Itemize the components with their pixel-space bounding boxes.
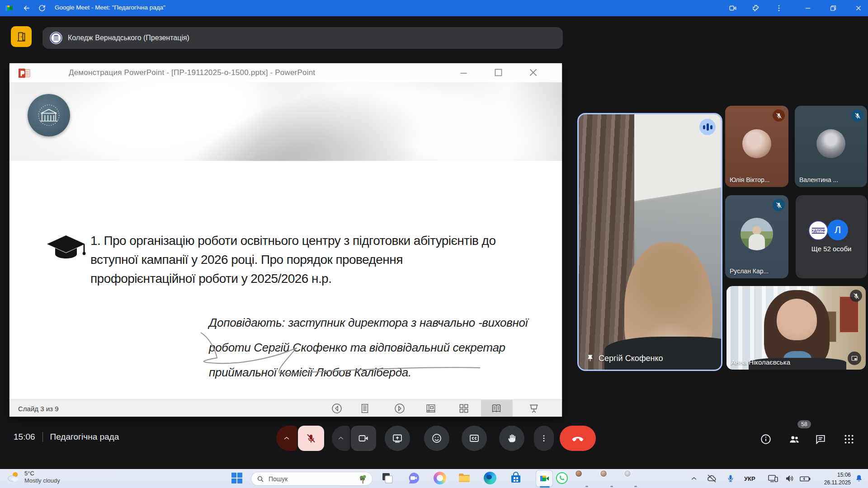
volume-icon[interactable] — [785, 472, 795, 485]
battery-charging-icon[interactable] — [799, 472, 811, 485]
previous-slide-icon[interactable] — [331, 403, 343, 414]
avatar — [816, 129, 845, 158]
mic-button-group — [275, 426, 325, 451]
decor — [437, 475, 443, 481]
participant-tile[interactable]: Юлія Віктор... — [725, 106, 788, 187]
microsoft-store-icon[interactable] — [509, 472, 522, 484]
search-highlight-icon[interactable] — [358, 474, 368, 484]
microphone-in-use-icon[interactable] — [726, 472, 735, 485]
active-app-indicator — [540, 486, 550, 488]
task-view-icon[interactable] — [381, 472, 394, 484]
main-tile-name-row: Сергій Скофенко — [586, 354, 663, 363]
graduation-cap-icon — [45, 233, 87, 266]
weather-widget[interactable]: 5°C Mostly cloudy — [6, 470, 60, 484]
ppt-maximize-icon[interactable] — [493, 67, 505, 79]
picture-in-picture-icon[interactable] — [848, 352, 861, 365]
divider — [42, 432, 43, 442]
avatar — [741, 218, 773, 250]
cast-connect-icon[interactable] — [768, 472, 778, 485]
teams-chat-icon[interactable] — [407, 472, 420, 484]
participant-name: Анна Ніколаєвська — [731, 358, 790, 366]
mic-options-button[interactable] — [276, 426, 297, 451]
language-indicator[interactable]: УКР — [744, 472, 755, 485]
slide-canvas: 1. Про організацію роботи освітнього цен… — [9, 82, 562, 399]
logo-text: ХДППФ — [811, 229, 825, 233]
camera-on-button[interactable] — [351, 426, 376, 451]
decor — [749, 234, 765, 250]
ppt-minimize-icon[interactable] — [458, 67, 470, 79]
presentation-tab-label: Коледж Вернадського (Презентація) — [68, 34, 189, 42]
running-app-indicator — [634, 486, 637, 487]
onedrive-paused-icon[interactable] — [706, 472, 717, 485]
ppt-close-icon[interactable] — [528, 67, 539, 79]
close-window-icon[interactable] — [854, 4, 863, 12]
notifications-bell-icon[interactable] — [854, 472, 863, 485]
participants-icon[interactable] — [788, 433, 800, 445]
activities-grid-icon[interactable] — [843, 433, 855, 445]
taskbar-clock[interactable]: 15:06 26.11.2025 — [814, 471, 851, 487]
slide-sorter-icon[interactable] — [458, 403, 470, 414]
meeting-details-icon[interactable] — [760, 433, 772, 445]
whatsapp-icon[interactable] — [556, 472, 568, 484]
more-options-button[interactable] — [534, 426, 554, 451]
running-app-indicator — [585, 486, 588, 487]
presentation-tab[interactable]: Коледж Вернадського (Презентація) — [42, 27, 563, 49]
search-input[interactable] — [268, 475, 346, 483]
extensions-icon[interactable] — [752, 4, 760, 12]
search-icon — [257, 475, 264, 483]
powerpoint-statusbar: Слайд 3 из 9 — [9, 399, 562, 417]
tray-chevron-icon[interactable] — [690, 472, 698, 485]
restore-window-icon[interactable] — [829, 4, 837, 12]
minimize-window-icon[interactable] — [804, 4, 812, 12]
slideshow-view-icon[interactable] — [528, 403, 540, 414]
weather-temp: 5°C — [24, 470, 60, 477]
copilot-icon[interactable] — [434, 472, 446, 484]
mic-off-icon — [773, 199, 785, 211]
mic-muted-button[interactable] — [298, 426, 324, 451]
more-participants-tile[interactable]: ХДППФ Л Ще 52 особи — [796, 195, 867, 278]
meeting-info: 15:06 Педагогічна рада — [14, 432, 119, 442]
notes-icon[interactable] — [359, 403, 371, 414]
camera-options-button[interactable] — [332, 426, 350, 451]
leave-room-button[interactable] — [11, 26, 32, 47]
mic-off-icon — [850, 290, 862, 302]
powerpoint-titlebar: Демонстрация PowerPoint - [ПР-19112025-о… — [9, 63, 562, 82]
edge-icon[interactable] — [484, 472, 496, 484]
reactions-button[interactable] — [424, 426, 449, 451]
captions-button[interactable] — [462, 426, 487, 451]
slide-counter: Слайд 3 из 9 — [18, 400, 59, 417]
participant-tile[interactable]: Валентина ... — [795, 106, 867, 187]
browser-menu-icon[interactable] — [775, 4, 783, 12]
running-app-indicator — [610, 486, 613, 487]
camera-indicator-icon[interactable] — [729, 4, 737, 12]
file-explorer-icon[interactable] — [458, 472, 471, 484]
participant-name: Юлія Віктор... — [730, 176, 770, 183]
slide-banner-image — [9, 82, 562, 161]
chat-icon[interactable] — [815, 433, 826, 445]
participant-tile[interactable]: Руслан Кар... — [725, 195, 788, 278]
meet-favicon-icon — [5, 5, 13, 12]
main-tile-name: Сергій Скофенко — [599, 354, 663, 363]
powerpoint-window-title: Демонстрация PowerPoint - [ПР-19112025-о… — [69, 63, 315, 82]
back-icon[interactable] — [23, 4, 31, 12]
taskbar-search[interactable] — [251, 472, 373, 486]
google-meet-app-icon[interactable] — [538, 472, 551, 485]
present-screen-button[interactable] — [385, 426, 410, 451]
end-call-button[interactable] — [560, 426, 596, 451]
reload-icon[interactable] — [38, 4, 46, 12]
main-speaker-tile[interactable]: Сергій Скофенко — [577, 113, 722, 371]
powerpoint-window: Демонстрация PowerPoint - [ПР-19112025-о… — [9, 63, 562, 417]
normal-view-icon[interactable] — [425, 403, 437, 414]
decor — [777, 299, 817, 341]
reading-view-icon[interactable] — [491, 403, 502, 414]
next-slide-icon[interactable] — [394, 403, 406, 414]
weather-condition: Mostly cloudy — [24, 477, 60, 484]
participant-initial-avatar: Л — [827, 220, 848, 240]
camera-button-group — [332, 426, 376, 451]
raise-hand-button[interactable] — [499, 426, 524, 451]
clock-time: 15:06 — [814, 471, 851, 479]
decor — [812, 233, 825, 234]
door-icon — [15, 31, 27, 42]
participant-video-tile[interactable]: Анна Ніколаєвська — [726, 286, 866, 370]
start-button[interactable] — [231, 472, 243, 484]
